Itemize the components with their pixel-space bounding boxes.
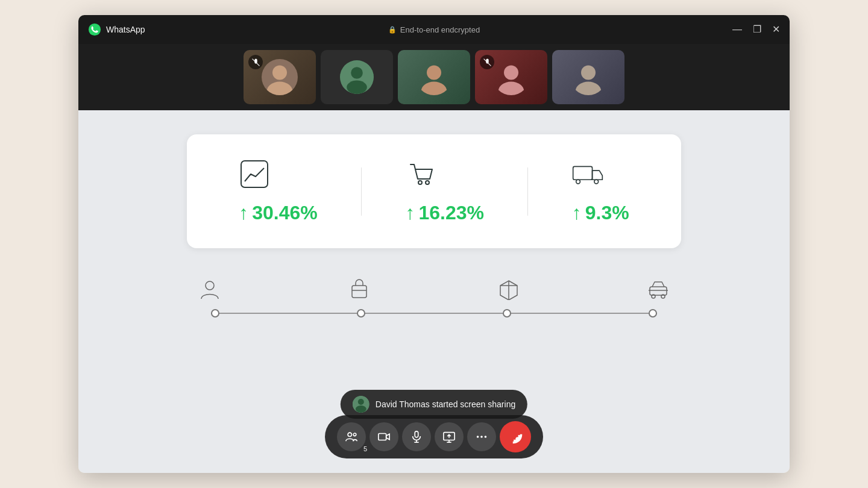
app-window: WhatsApp 🔒 End-to-end endcrypted — ❐ ✕: [78, 15, 790, 473]
screenshare-button[interactable]: [435, 422, 464, 451]
svg-rect-32: [415, 431, 418, 437]
mic-off-icon-4: [483, 58, 491, 66]
whatsapp-icon: [88, 23, 101, 36]
arrow-1: ↑: [239, 202, 248, 224]
participants-bar: [78, 44, 790, 110]
svg-point-28: [356, 405, 366, 413]
divider-2: [527, 167, 528, 216]
svg-point-20: [206, 281, 214, 290]
main-content: ↑ 30.46% ↑ 16: [78, 110, 790, 473]
svg-point-6: [347, 81, 367, 94]
timeline-section: [187, 278, 681, 319]
svg-point-8: [421, 82, 447, 96]
metric-cart: ↑ 16.23%: [406, 158, 485, 224]
participant-thumb-2[interactable]: [321, 50, 393, 104]
people-icon: [345, 430, 358, 443]
timeline-person-icon: [199, 278, 221, 300]
arrow-2: ↑: [406, 202, 415, 224]
timeline-dots: [211, 309, 657, 318]
svg-point-0: [89, 23, 101, 36]
svg-point-1: [272, 66, 287, 80]
metrics-row: ↑ 30.46% ↑ 16: [217, 158, 651, 224]
svg-rect-21: [352, 286, 366, 298]
svg-point-18: [576, 180, 580, 184]
svg-point-12: [581, 66, 596, 80]
svg-point-37: [477, 436, 479, 438]
svg-point-7: [427, 66, 441, 80]
metric-value-2: ↑ 16.23%: [406, 202, 485, 224]
metric-truck: ↑ 9.3%: [572, 158, 629, 224]
screen-share-icon: [442, 430, 456, 443]
lock-icon: 🔒: [388, 26, 397, 34]
end-call-icon: [508, 430, 523, 444]
minimize-button[interactable]: —: [732, 25, 742, 34]
metric-value-3: ↑ 9.3%: [572, 202, 629, 224]
participant-thumb-4[interactable]: [475, 50, 547, 104]
encryption-label: End-to-end endcrypted: [400, 25, 480, 34]
mute-badge-4: [480, 55, 494, 69]
participants-count-badge: 5: [363, 445, 367, 452]
mic-button[interactable]: [402, 422, 431, 451]
timeline-dot-2: [357, 309, 365, 318]
svg-point-9: [504, 66, 518, 80]
window-controls: — ❐ ✕: [732, 25, 780, 34]
maximize-button[interactable]: ❐: [753, 25, 761, 34]
truck-icon: [572, 158, 603, 192]
more-button[interactable]: [467, 422, 496, 451]
svg-point-13: [576, 82, 601, 96]
timeline-dot-1: [211, 309, 219, 318]
participant-avatar-2: [340, 60, 374, 94]
timeline-car-icon: [647, 278, 669, 300]
svg-point-19: [594, 180, 599, 184]
timeline-icons: [187, 278, 681, 300]
svg-rect-31: [379, 434, 386, 440]
notification-toast: David Thomas started screen sharing: [341, 390, 527, 419]
titlebar: WhatsApp 🔒 End-to-end endcrypted — ❐ ✕: [78, 15, 790, 44]
svg-point-30: [353, 433, 356, 436]
video-icon: [377, 430, 391, 443]
arrow-3: ↑: [572, 202, 582, 224]
app-title: WhatsApp: [106, 25, 145, 34]
app-logo: WhatsApp: [88, 23, 145, 36]
metric-chart: ↑ 30.46%: [239, 158, 318, 224]
end-call-button[interactable]: [500, 421, 531, 452]
timeline-box-icon: [498, 278, 520, 300]
notification-message: David Thomas started screen sharing: [376, 399, 515, 409]
timeline-bag-icon: [348, 278, 370, 300]
chart-icon: [239, 158, 270, 192]
timeline-dot-3: [503, 309, 511, 318]
svg-point-39: [485, 436, 487, 438]
participant-thumb-1[interactable]: [244, 50, 316, 104]
participant-thumb-3[interactable]: [398, 50, 470, 104]
svg-point-5: [351, 67, 363, 79]
svg-rect-14: [241, 161, 268, 187]
divider-1: [361, 167, 362, 216]
call-controls: 5: [325, 415, 543, 458]
toast-avatar: [353, 396, 370, 413]
encryption-info: 🔒 End-to-end endcrypted: [388, 25, 480, 34]
participants-button[interactable]: 5: [337, 422, 366, 451]
mic-icon: [410, 430, 423, 443]
svg-point-10: [498, 82, 524, 96]
svg-rect-17: [573, 166, 592, 180]
svg-rect-22: [650, 287, 667, 295]
mic-off-icon: [252, 58, 260, 66]
svg-point-29: [348, 433, 351, 436]
shared-screen: ↑ 30.46% ↑ 16: [187, 134, 681, 248]
mute-badge-1: [248, 55, 263, 69]
svg-point-15: [418, 181, 422, 184]
cart-icon: [406, 158, 437, 192]
more-icon: [475, 430, 488, 443]
svg-point-16: [426, 181, 429, 184]
metric-value-1: ↑ 30.46%: [239, 202, 318, 224]
participant-thumb-5[interactable]: [552, 50, 624, 104]
svg-point-38: [480, 436, 483, 438]
svg-point-27: [358, 399, 364, 405]
close-button[interactable]: ✕: [772, 25, 780, 34]
svg-point-2: [267, 82, 292, 96]
video-button[interactable]: [370, 422, 398, 451]
timeline-dot-4: [649, 309, 657, 318]
timeline-track: [187, 307, 681, 319]
